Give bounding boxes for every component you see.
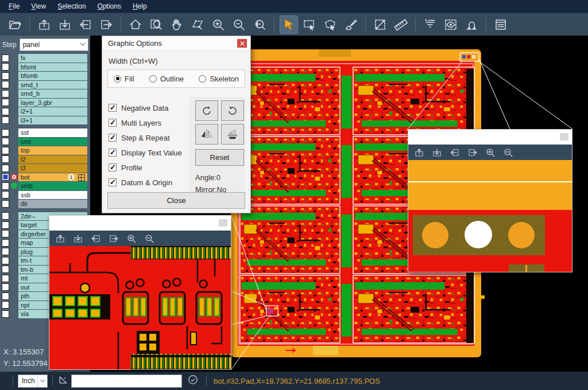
checkbox[interactable] — [109, 163, 117, 171]
zoom-in-icon[interactable] — [210, 16, 227, 33]
magnifier-window-right[interactable] — [408, 129, 572, 272]
pan-left-icon[interactable] — [450, 147, 460, 158]
filter-icon[interactable] — [421, 16, 439, 33]
magnifier-view[interactable] — [408, 160, 572, 274]
checkbox-step-repeat[interactable]: Step & Repeat — [109, 130, 182, 145]
checkbox[interactable] — [109, 149, 117, 157]
checkbox[interactable] — [109, 119, 117, 127]
snap-loop-icon[interactable] — [463, 16, 480, 33]
window-button-icon[interactable] — [219, 219, 227, 227]
layer-label[interactable]: bfsmt — [18, 63, 87, 72]
layer-label[interactable]: smd_b — [18, 89, 87, 98]
layer-row-bfsmt[interactable]: bfsmt — [0, 63, 90, 72]
layer-row-fx[interactable]: fx — [0, 54, 90, 63]
zoom-out-icon[interactable] — [144, 233, 154, 244]
layer-label[interactable]: smt — [18, 138, 87, 146]
measure-ruler-icon[interactable] — [392, 16, 409, 33]
apply-refresh-icon[interactable] — [188, 375, 198, 387]
layer-label[interactable]: bot1 — [18, 173, 87, 182]
checkbox-negative-data[interactable]: Negative Data — [109, 100, 182, 115]
mirror-horizontal-icon[interactable] — [195, 124, 218, 145]
pan-down-icon[interactable] — [73, 233, 83, 244]
layer-label[interactable]: l3+1 — [18, 116, 87, 125]
angle-mode-icon[interactable] — [57, 374, 69, 388]
menu-help[interactable]: Help — [127, 1, 152, 11]
step-dropdown[interactable]: panel — [20, 38, 88, 51]
layer-label[interactable]: smb — [18, 182, 87, 190]
checkbox-multi-layers[interactable]: Multi Layers — [109, 115, 182, 130]
layer-label[interactable]: ssb — [18, 191, 87, 200]
layer-visibility-checkbox[interactable] — [2, 138, 9, 145]
dialog-title-bar[interactable]: Graphic Options — [102, 36, 250, 51]
layer-visibility-checkbox[interactable] — [2, 212, 9, 220]
mirror-vertical-icon[interactable] — [221, 124, 244, 145]
magnifier-title-bar[interactable] — [49, 216, 231, 231]
zoom-out-icon[interactable] — [503, 147, 513, 158]
layer-visibility-checkbox[interactable] — [2, 116, 9, 124]
layer-visibility-checkbox[interactable] — [2, 292, 9, 300]
layer-row-smb[interactable]: smb — [0, 182, 90, 190]
checkbox[interactable] — [109, 134, 117, 142]
pan-right-icon[interactable] — [109, 233, 119, 244]
layer-visibility-checkbox[interactable] — [2, 182, 9, 190]
radio-skeleton[interactable]: Skeleton — [199, 75, 239, 83]
layer-visibility-checkbox[interactable] — [2, 191, 9, 198]
step-repeat-grid-icon[interactable] — [78, 174, 85, 181]
layer-row-l3plus1[interactable]: l3+1 — [0, 116, 90, 125]
zoom-in-icon[interactable] — [126, 233, 137, 244]
window-button-icon[interactable] — [560, 133, 568, 141]
layer-visibility-checkbox[interactable] — [2, 72, 9, 80]
layer-label[interactable]: layer_3.gbr — [18, 99, 87, 107]
checkbox[interactable] — [109, 178, 117, 186]
layer-row-top[interactable]: top — [0, 146, 90, 155]
layer-row-bfsmb[interactable]: bfsmb — [0, 72, 90, 80]
layer-visibility-checkbox[interactable] — [2, 63, 9, 71]
radio-button[interactable] — [114, 75, 121, 83]
layer-row-l2[interactable]: l2 — [0, 155, 90, 164]
layer-row-smt[interactable]: smt — [0, 138, 90, 146]
pan-left-icon[interactable] — [77, 16, 94, 33]
pan-up-icon[interactable] — [414, 147, 424, 158]
measure-distance-icon[interactable] — [372, 16, 389, 33]
layer-row-ssb[interactable]: ssb — [0, 191, 90, 200]
layer-label[interactable]: fx — [18, 54, 87, 63]
layer-row-bot[interactable]: bot1 — [0, 173, 90, 182]
radio-button[interactable] — [199, 75, 206, 83]
pan-left-icon[interactable] — [91, 233, 101, 244]
layer-visibility-checkbox[interactable] — [2, 155, 9, 163]
pan-right-icon[interactable] — [98, 16, 115, 33]
radio-button[interactable] — [149, 75, 157, 83]
layer-visibility-checkbox[interactable] — [2, 90, 9, 98]
layer-visibility-checkbox[interactable] — [2, 129, 9, 136]
pan-down-icon[interactable] — [432, 147, 442, 158]
radio-outline[interactable]: Outline — [149, 75, 184, 83]
pan-hand-icon[interactable] — [168, 16, 185, 33]
layer-visibility-checkbox[interactable] — [2, 266, 9, 273]
layer-row-dir[interactable]: dir — [0, 200, 90, 208]
layer-label[interactable]: smd_t — [18, 81, 87, 89]
menu-selection[interactable]: Selection — [52, 1, 91, 11]
layer-row-smd_t[interactable]: smd_t — [0, 81, 90, 89]
checkbox-display-text-value[interactable]: Display Text Value — [109, 145, 182, 160]
menu-file[interactable]: File — [3, 1, 25, 11]
checkbox-datum-origin[interactable]: Datum & Origin — [109, 175, 182, 190]
layer-row-layer3gbr[interactable]: layer_3.gbr — [0, 99, 90, 107]
layer-visibility-checkbox[interactable] — [2, 147, 9, 154]
zoom-object-icon[interactable] — [189, 16, 206, 33]
radio-fill[interactable]: Fill — [114, 75, 134, 83]
layer-label[interactable]: l2+1 — [18, 107, 87, 116]
menu-view[interactable]: View — [26, 1, 51, 11]
home-view-icon[interactable] — [127, 16, 144, 33]
unit-dropdown[interactable]: Inch — [18, 375, 48, 388]
layer-visibility-checkbox[interactable] — [2, 108, 9, 115]
select-rect-icon[interactable] — [301, 16, 318, 33]
layer-label[interactable]: dir — [18, 200, 87, 208]
layer-visibility-checkbox[interactable] — [2, 173, 9, 181]
select-polygon-icon[interactable] — [322, 16, 339, 33]
layer-label[interactable]: l2 — [18, 155, 87, 164]
layer-visibility-checkbox[interactable] — [2, 54, 9, 62]
checkbox[interactable] — [109, 104, 117, 112]
layer-row-l3[interactable]: l3 — [0, 164, 90, 173]
open-file-icon[interactable] — [6, 16, 24, 33]
layer-row-smd_b[interactable]: smd_b — [0, 89, 90, 98]
